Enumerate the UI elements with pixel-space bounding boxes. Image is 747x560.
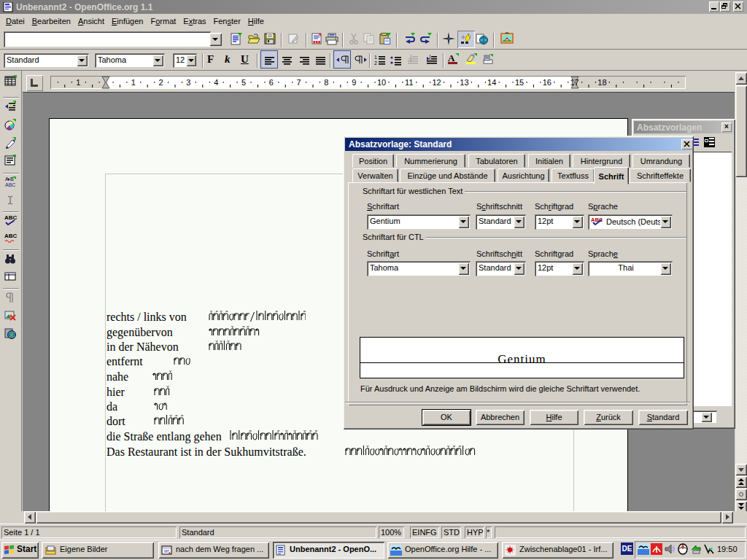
svg-text:14: 14 — [487, 78, 496, 87]
svg-text:2: 2 — [374, 61, 377, 66]
svg-text:ABC: ABC — [4, 233, 18, 239]
svg-text:5: 5 — [241, 78, 246, 87]
svg-text:3: 3 — [186, 78, 190, 87]
svg-text:15: 15 — [515, 78, 524, 87]
svg-text:7: 7 — [297, 78, 301, 87]
svg-text:4: 4 — [214, 78, 218, 87]
svg-text:ABC: ABC — [5, 182, 15, 187]
svg-text:1: 1 — [131, 78, 136, 87]
svg-text:8: 8 — [324, 78, 328, 87]
svg-text:18: 18 — [597, 78, 606, 87]
svg-text:16: 16 — [543, 78, 551, 87]
svg-text:12: 12 — [432, 78, 441, 87]
svg-text:9: 9 — [352, 78, 356, 87]
svg-text:1: 1 — [374, 55, 377, 60]
svg-text:2: 2 — [159, 78, 163, 87]
svg-text:10: 10 — [377, 78, 386, 87]
svg-text:6: 6 — [269, 78, 274, 87]
svg-text:B: B — [10, 176, 14, 182]
svg-text:A: A — [448, 52, 455, 63]
svg-text:1: 1 — [76, 78, 80, 87]
svg-text:13: 13 — [460, 78, 468, 87]
svg-text:11: 11 — [405, 78, 413, 87]
svg-text:17: 17 — [570, 78, 578, 87]
svg-text:ABC: ABC — [4, 214, 18, 221]
